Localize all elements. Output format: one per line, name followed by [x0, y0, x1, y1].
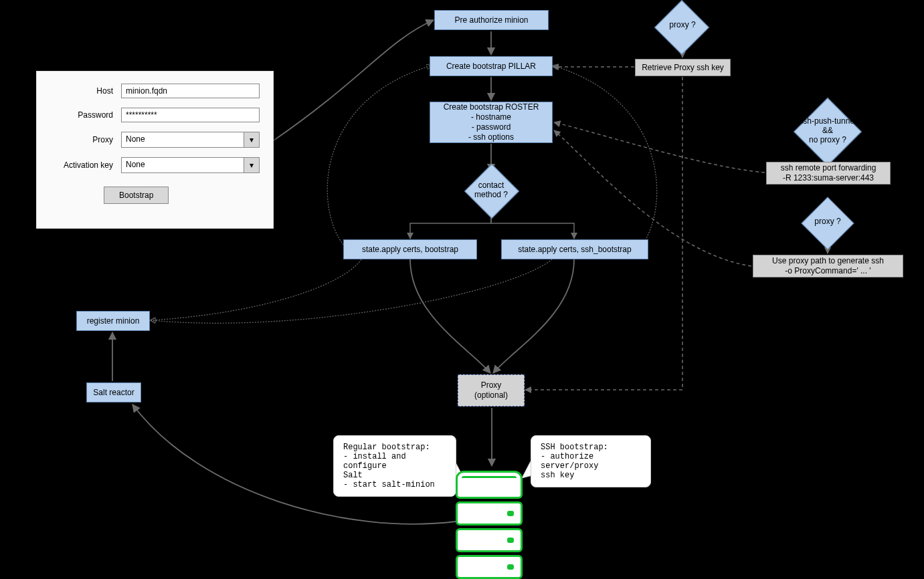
node-apply-bootstrap: state.apply certs, bootstrap: [343, 239, 477, 259]
password-input[interactable]: [121, 108, 260, 122]
note-regular-bootstrap: Regular bootstrap: - install and configu…: [333, 435, 456, 497]
proxy-select[interactable]: None ▾: [121, 132, 260, 148]
node-create-roster: Create bootstrap ROSTER - hostname - pas…: [430, 102, 553, 143]
node-salt-reactor: Salt reactor: [86, 382, 141, 402]
chevron-down-icon: ▾: [244, 158, 259, 172]
node-pre-authorize: Pre authorize minion: [434, 10, 549, 30]
label-proxy: Proxy: [50, 135, 121, 144]
node-retrieve-proxy-key: Retrieve Proxy ssh key: [635, 59, 731, 76]
node-register-minion: register minion: [76, 311, 150, 331]
activation-key-select[interactable]: None ▾: [121, 157, 260, 173]
label-activation-key: Activation key: [50, 160, 121, 170]
bootstrap-button[interactable]: Bootstrap: [104, 187, 169, 204]
node-proxy-optional: Proxy (optional): [458, 374, 525, 407]
host-input[interactable]: [121, 84, 260, 98]
label-host: Host: [50, 86, 121, 96]
node-create-pillar: Create bootstrap PILLAR: [430, 56, 553, 76]
node-use-proxy-path: Use proxy path to generate ssh -o ProxyC…: [753, 255, 903, 277]
node-ssh-remote-port: ssh remote port forwarding -R 1233:suma-…: [766, 162, 891, 185]
node-apply-ssh-bootstrap: state.apply certs, ssh_bootstrap: [501, 239, 648, 259]
chevron-down-icon: ▾: [244, 132, 259, 147]
note-ssh-bootstrap: SSH bootstrap: - authorize server/proxy …: [531, 435, 651, 487]
label-password: Password: [50, 110, 121, 120]
bootstrap-form: Host Password Proxy None ▾ Activation ke…: [36, 71, 274, 229]
server-icon: [456, 468, 523, 579]
diagram-canvas: Host Password Proxy None ▾ Activation ke…: [0, 0, 924, 579]
